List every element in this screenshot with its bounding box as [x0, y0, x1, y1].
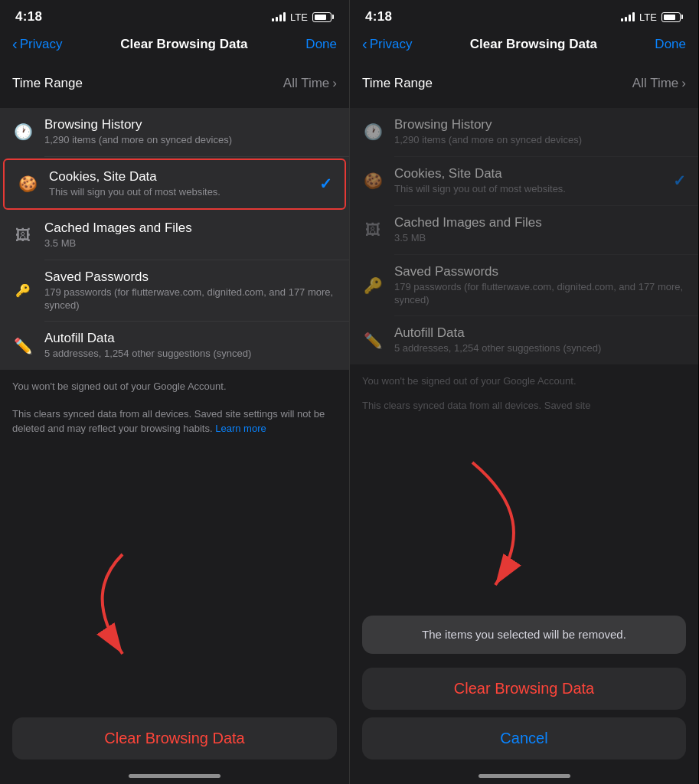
item-title-cached-left: Cached Images and Files	[44, 220, 337, 236]
list-item-browsing-history-left[interactable]: 🕐 Browsing History 1,290 items (and more…	[0, 108, 349, 156]
time-right: 4:18	[365, 9, 392, 24]
item-subtitle-history-left: 1,290 items (and more on synced devices)	[44, 134, 337, 147]
autofill-icon-right: ✏️	[362, 330, 384, 351]
nav-bar-right: ‹ Privacy Clear Browsing Data Done	[350, 29, 698, 59]
item-title-passwords-right: Saved Passwords	[394, 264, 686, 279]
footer-text-left: You won't be signed out of your Google A…	[0, 370, 349, 403]
back-label-left: Privacy	[20, 37, 63, 52]
learn-more-link-left[interactable]: Learn more	[215, 423, 266, 434]
item-title-cookies-left: Cookies, Site Data	[49, 169, 309, 185]
list-item-cached-left[interactable]: 🖼 Cached Images and Files 3.5 MB	[0, 211, 349, 260]
signal-icon	[272, 12, 286, 21]
home-indicator-left	[129, 774, 220, 778]
item-subtitle-cached-left: 3.5 MB	[44, 237, 337, 250]
page-title-right: Clear Browsing Data	[470, 37, 597, 52]
list-item-cookies-right[interactable]: 🍪 Cookies, Site Data This will sign you …	[350, 157, 698, 205]
status-icons-left: LTE	[272, 11, 334, 23]
items-list-right: 🕐 Browsing History 1,290 items (and more…	[350, 108, 698, 364]
done-button-left[interactable]: Done	[305, 37, 337, 52]
item-title-cookies-right: Cookies, Site Data	[394, 166, 662, 181]
lte-label-right: LTE	[639, 11, 657, 23]
lte-label-left: LTE	[290, 11, 308, 23]
autofill-icon-left: ✏️	[12, 335, 34, 357]
history-icon-left: 🕐	[12, 121, 34, 142]
battery-icon-left	[312, 12, 334, 22]
signal-icon-right	[621, 12, 635, 21]
chevron-left-icon: ‹	[12, 35, 18, 53]
time-range-label-left: Time Range	[12, 76, 83, 91]
item-subtitle-passwords-left: 179 passwords (for flutterwave.com, dign…	[44, 286, 337, 312]
chevron-right-icon-right: ›	[681, 76, 686, 91]
back-button-right[interactable]: ‹ Privacy	[362, 35, 412, 53]
time-range-value-left: All Time ›	[283, 76, 337, 91]
footer-text-right: You won't be signed out of your Google A…	[350, 364, 698, 398]
item-subtitle-cookies-right: This will sign you out of most websites.	[394, 183, 662, 196]
home-indicator-right	[479, 774, 570, 778]
status-icons-right: LTE	[621, 11, 683, 23]
left-panel: 4:18 LTE ‹ Privacy Clear Browsing Data D…	[0, 0, 349, 784]
battery-icon-right	[661, 12, 683, 22]
items-list-left: 🕐 Browsing History 1,290 items (and more…	[0, 108, 349, 370]
cookie-icon-right: 🍪	[362, 170, 384, 191]
item-title-autofill-right: Autofill Data	[394, 325, 686, 341]
item-title-passwords-left: Saved Passwords	[44, 270, 337, 285]
clear-browsing-data-button-left[interactable]: Clear Browsing Data	[12, 717, 337, 760]
footer-text2-left: This clears synced data from all devices…	[0, 403, 349, 446]
key-icon-right: 🔑	[362, 275, 384, 296]
list-item-cached-right[interactable]: 🖼 Cached Images and Files 3.5 MB	[350, 206, 698, 254]
footer-text2-right: This clears synced data from all devices…	[350, 398, 698, 423]
chevron-left-icon-right: ‹	[362, 35, 367, 53]
back-button-left[interactable]: ‹ Privacy	[12, 35, 62, 53]
check-icon-cookies-left: ✓	[319, 175, 332, 193]
item-subtitle-autofill-left: 5 addresses, 1,254 other suggestions (sy…	[44, 348, 337, 361]
confirmation-overlay: The items you selected will be removed.	[350, 616, 698, 654]
arrow-icon-left	[77, 547, 168, 669]
time-range-value-right: All Time ›	[632, 76, 686, 91]
chevron-right-icon: ›	[332, 76, 337, 91]
done-button-right[interactable]: Done	[655, 37, 686, 52]
clear-browsing-data-button-right[interactable]: Clear Browsing Data	[362, 668, 686, 710]
history-icon-right: 🕐	[362, 121, 384, 142]
time-range-row-left[interactable]: Time Range All Time ›	[0, 65, 349, 102]
status-bar-left: 4:18 LTE	[0, 0, 349, 29]
item-subtitle-cached-right: 3.5 MB	[394, 232, 686, 245]
item-subtitle-autofill-right: 5 addresses, 1,254 other suggestions (sy…	[394, 342, 686, 355]
list-item-passwords-left[interactable]: 🔑 Saved Passwords 179 passwords (for flu…	[0, 260, 349, 322]
item-title-history-left: Browsing History	[44, 117, 337, 132]
item-title-history-right: Browsing History	[394, 117, 686, 132]
item-subtitle-cookies-left: This will sign you out of most websites.	[49, 186, 309, 199]
bottom-area-right: Clear Browsing Data Cancel	[350, 668, 698, 784]
item-title-autofill-left: Autofill Data	[44, 331, 337, 346]
cancel-button-right[interactable]: Cancel	[362, 717, 686, 760]
time-left: 4:18	[15, 9, 42, 24]
back-label-right: Privacy	[370, 37, 413, 52]
cookie-icon-left: 🍪	[17, 173, 38, 194]
list-item-cookies-left[interactable]: 🍪 Cookies, Site Data This will sign you …	[3, 158, 346, 210]
confirmation-text: The items you selected will be removed.	[422, 628, 626, 641]
divider	[44, 156, 349, 157]
list-item-browsing-history-right[interactable]: 🕐 Browsing History 1,290 items (and more…	[350, 108, 698, 156]
key-icon-left: 🔑	[12, 280, 34, 302]
time-range-label-right: Time Range	[362, 76, 433, 91]
item-subtitle-history-right: 1,290 items (and more on synced devices)	[394, 134, 686, 147]
page-title-left: Clear Browsing Data	[120, 37, 247, 52]
image-icon-right: 🖼	[362, 219, 384, 240]
nav-bar-left: ‹ Privacy Clear Browsing Data Done	[0, 29, 349, 59]
status-bar-right: 4:18 LTE	[350, 0, 698, 29]
item-title-cached-right: Cached Images and Files	[394, 215, 686, 230]
item-subtitle-passwords-right: 179 passwords (for flutterwave.com, dign…	[394, 281, 686, 307]
right-panel: 4:18 LTE ‹ Privacy Clear Browsing Data D…	[349, 0, 698, 784]
check-icon-cookies-right: ✓	[673, 172, 686, 190]
list-item-passwords-right[interactable]: 🔑 Saved Passwords 179 passwords (for flu…	[350, 255, 698, 316]
image-icon-left: 🖼	[12, 224, 34, 246]
time-range-row-right[interactable]: Time Range All Time ›	[350, 65, 698, 102]
list-item-autofill-right[interactable]: ✏️ Autofill Data 5 addresses, 1,254 othe…	[350, 316, 698, 364]
confirmation-box: The items you selected will be removed.	[362, 616, 686, 654]
list-item-autofill-left[interactable]: ✏️ Autofill Data 5 addresses, 1,254 othe…	[0, 322, 349, 370]
arrow-icon-right	[396, 455, 549, 608]
